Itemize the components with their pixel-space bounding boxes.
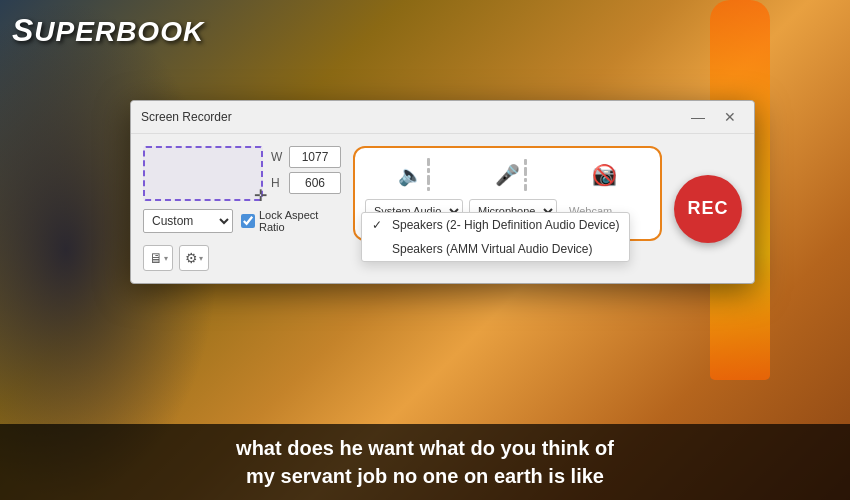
webcam-icon: 📷🚫 (592, 163, 617, 187)
bar1 (427, 158, 430, 166)
device-label-2: Speakers (AMM Virtual Audio Device) (392, 242, 593, 256)
left-panel: ✛ W H Custom (143, 146, 341, 271)
webcam-group: 📷🚫 (592, 158, 617, 191)
subtitle-bar: what does he want what do you think of m… (0, 424, 850, 500)
width-input[interactable] (289, 146, 341, 168)
gear-icon: ⚙ (185, 250, 198, 266)
dialog-title: Screen Recorder (141, 110, 232, 124)
dropdown-item-1[interactable]: ✓ Speakers (2- High Definition Audio Dev… (362, 213, 629, 237)
height-label: H (271, 176, 285, 190)
lock-aspect-checkbox[interactable] (241, 214, 255, 228)
dialog-body: ✛ W H Custom (131, 134, 754, 283)
settings-button[interactable]: ⚙ ▾ (179, 245, 209, 271)
audio-device-dropdown: ✓ Speakers (2- High Definition Audio Dev… (361, 212, 630, 262)
screen-icon: 🖥 (149, 250, 163, 266)
subtitle-line1: what does he want what do you think of (10, 434, 840, 462)
logo-text: S (12, 12, 34, 48)
capture-area-preview: ✛ (143, 146, 263, 201)
dropdown-item-2[interactable]: Speakers (AMM Virtual Audio Device) (362, 237, 629, 261)
rec-button[interactable]: REC (674, 175, 742, 243)
subtitle-line2: my servant job no one on earth is like (10, 462, 840, 490)
bottom-icon-buttons: 🖥 ▾ ⚙ ▾ (143, 245, 341, 271)
mic-group: 🎤 (495, 158, 527, 191)
speaker-bars (427, 158, 430, 191)
lock-aspect-row: Lock Aspect Ratio (241, 209, 318, 233)
speaker-group: 🔈 (398, 158, 430, 191)
width-label: W (271, 150, 285, 164)
dropdown-arrow-icon: ▾ (164, 254, 168, 263)
dimensions-panel: W H (271, 146, 341, 194)
app-logo: SUPERBOOK (12, 12, 204, 49)
av-icons-row: 🔈 🎤 (365, 158, 650, 191)
preset-select[interactable]: Custom (143, 209, 233, 233)
microphone-icon: 🎤 (495, 163, 520, 187)
lock-aspect-panel: Lock Aspect Ratio (241, 209, 318, 233)
dialog-titlebar: Screen Recorder — ✕ (131, 101, 754, 134)
height-input[interactable] (289, 172, 341, 194)
bar5 (524, 159, 527, 165)
bar8 (524, 184, 527, 191)
audio-video-panel: 🔈 🎤 (353, 146, 662, 241)
device-label-1: Speakers (2- High Definition Audio Devic… (392, 218, 619, 232)
screen-capture-button[interactable]: 🖥 ▾ (143, 245, 173, 271)
minimize-button[interactable]: — (684, 107, 712, 127)
dialog-controls: — ✕ (684, 107, 744, 127)
close-button[interactable]: ✕ (716, 107, 744, 127)
mic-bars (524, 159, 527, 191)
width-row: W (271, 146, 341, 168)
bar2 (427, 168, 430, 173)
bar3 (427, 175, 430, 185)
cursor-icon: ✛ (254, 186, 267, 205)
bar6 (524, 167, 527, 176)
screen-recorder-dialog: Screen Recorder — ✕ ✛ W H (130, 100, 755, 284)
bar7 (524, 178, 527, 182)
height-row: H (271, 172, 341, 194)
dropdown-arrow-icon2: ▾ (199, 254, 203, 263)
speaker-icon: 🔈 (398, 163, 423, 187)
lock-aspect-label: Lock Aspect Ratio (259, 209, 318, 233)
checkmark-icon: ✓ (372, 218, 386, 232)
bar4 (427, 187, 430, 191)
